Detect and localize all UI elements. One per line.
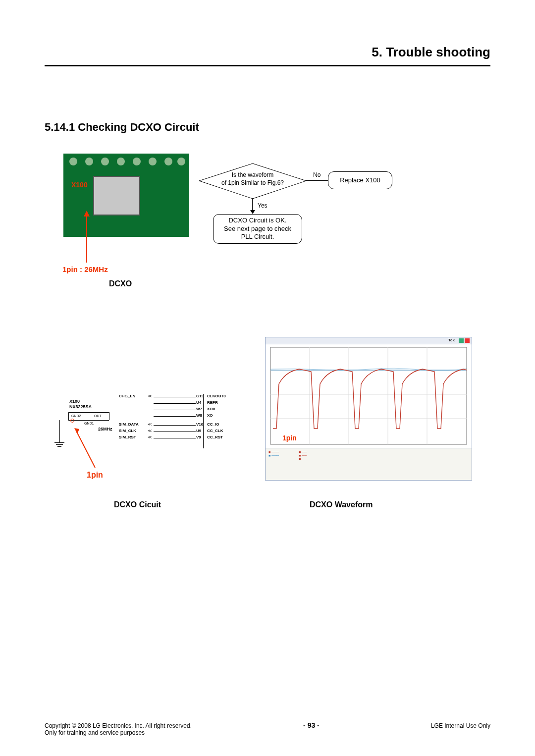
footer-note: Only for training and service purposes bbox=[45, 729, 192, 736]
block-title: DCXO bbox=[109, 279, 132, 288]
figure-1: X100 1pin : 26MHz DCXO Is the waveform o… bbox=[45, 154, 490, 292]
svg-rect-2 bbox=[270, 347, 467, 444]
title-rule bbox=[45, 65, 490, 66]
osc-plot-area bbox=[266, 344, 472, 448]
flowchart: Is the waveform of 1pin Similar to Fig.6… bbox=[198, 159, 476, 268]
schematic-1pin-label: 1pin bbox=[87, 471, 103, 480]
schematic-signal-row: CHG_EN≪G19CLKOUT0 bbox=[119, 394, 218, 400]
footer-right: LGE Internal Use Only bbox=[431, 722, 490, 729]
pcb-component-x100 bbox=[93, 176, 140, 216]
pin-label: 1pin : 26MHz bbox=[62, 265, 108, 273]
flow-yes-label: Yes bbox=[258, 202, 268, 209]
sch-freq: 26MHz bbox=[98, 427, 112, 432]
schematic-signal-row: SIM_RST≪V9CC_RST bbox=[119, 435, 218, 441]
callout-arrow-icon bbox=[86, 216, 87, 263]
sch-pin-left2: OUT bbox=[94, 414, 102, 418]
decision-text-2: of 1pin Similar to Fig.6? bbox=[221, 179, 284, 186]
caption-waveform: DCXO Waveform bbox=[310, 500, 373, 509]
waveform-1pin-label: 1pin bbox=[282, 434, 297, 442]
sch-pin-misc: GND1 bbox=[84, 422, 94, 425]
osc-menubar: Tek bbox=[266, 337, 472, 344]
sch-ref: X100 bbox=[69, 399, 80, 404]
action-text: Replace X100 bbox=[340, 176, 380, 185]
page-footer: Copyright © 2008 LG Electronics. Inc. Al… bbox=[45, 722, 490, 736]
pcb-photo bbox=[63, 154, 189, 237]
action-replace: Replace X100 bbox=[328, 171, 392, 189]
pin1-marker-icon bbox=[70, 419, 74, 423]
footer-copyright: Copyright © 2008 LG Electronics. Inc. Al… bbox=[45, 722, 192, 729]
oscilloscope-screenshot: Tek bbox=[265, 337, 472, 481]
decision-node: Is the waveform of 1pin Similar to Fig.6… bbox=[198, 162, 307, 200]
decision-text-1: Is the waveform bbox=[232, 171, 274, 178]
page-title: 5. Trouble shooting bbox=[45, 45, 490, 60]
schematic-signal-row: W8XO bbox=[119, 414, 218, 420]
osc-window-controls bbox=[459, 338, 470, 343]
connector bbox=[306, 180, 328, 181]
component-label: X100 bbox=[71, 181, 88, 189]
result-ok: DCXO Circuit is OK. See next page to che… bbox=[213, 214, 302, 244]
caption-schematic: DCXO Cicuit bbox=[114, 500, 161, 509]
osc-measurements: ■ ─── ■ ─── ■ ── ■ ── ■ ── bbox=[266, 448, 472, 480]
svg-marker-1 bbox=[74, 428, 79, 434]
section-title: 5.14.1 Checking DCXO Circuit bbox=[45, 121, 490, 134]
schematic-signal-row: U4REFR bbox=[119, 401, 218, 407]
callout-arrow-icon bbox=[74, 426, 99, 471]
osc-brand: Tek bbox=[448, 338, 455, 342]
flow-no-label: No bbox=[313, 171, 321, 178]
schematic-signal-row: W7XOX bbox=[119, 407, 218, 413]
schematic-signal-row: SIM_CLK≪U9CC_CLK bbox=[119, 429, 218, 435]
schematic-signal-row: SIM_DATA≪V10CC_IO bbox=[119, 423, 218, 429]
result-line1: DCXO Circuit is OK. bbox=[228, 216, 286, 225]
result-line3: PLL Circuit. bbox=[241, 233, 274, 241]
page-number: - 93 - bbox=[303, 721, 320, 729]
sch-pin-left1: GND2 bbox=[71, 414, 81, 418]
result-line2: See next page to check bbox=[224, 225, 291, 233]
arrow-down-icon bbox=[250, 210, 255, 214]
figure-2: X100 NX3225SA GND2 OUT GND1 26MHz CHG_EN… bbox=[45, 337, 490, 520]
sch-part: NX3225SA bbox=[69, 405, 92, 409]
